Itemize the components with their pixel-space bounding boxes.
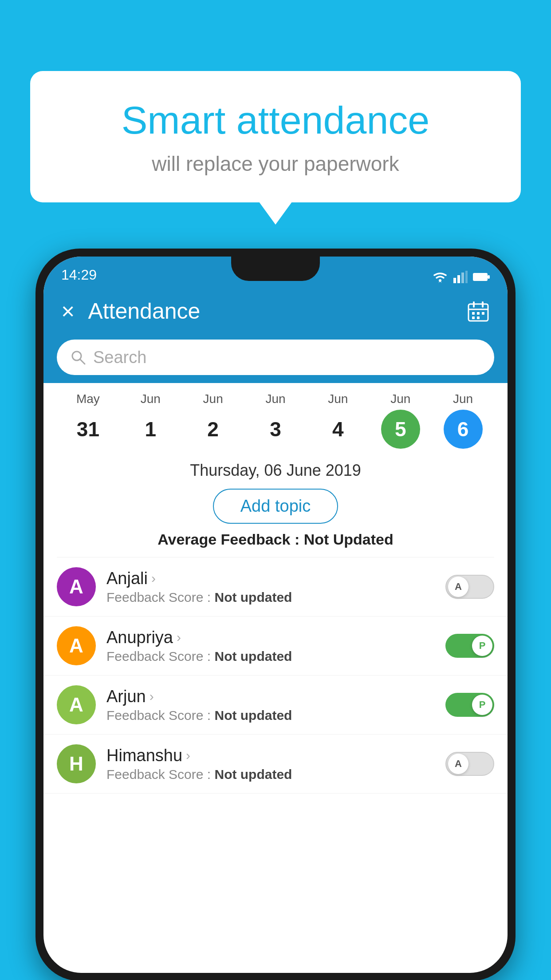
search-bar-wrapper: Search (43, 334, 508, 383)
student-name: Arjun › (106, 687, 435, 706)
feedback-value: Not updated (214, 649, 292, 664)
speech-bubble: Smart attendance will replace your paper… (30, 71, 521, 202)
cal-month-label: Jun (453, 392, 473, 406)
student-list: AAnjali ›Feedback Score : Not updatedAAA… (43, 557, 508, 794)
svg-rect-1 (453, 278, 456, 283)
close-button[interactable]: × (61, 298, 75, 324)
phone-frame: 14:29 (35, 249, 516, 980)
calendar-strip: May31Jun1Jun2Jun3Jun4Jun5Jun6 (43, 383, 508, 453)
phone-notch (231, 257, 320, 281)
bubble-title: Smart attendance (66, 98, 485, 143)
svg-point-0 (439, 279, 441, 282)
cal-month-label: Jun (390, 392, 410, 406)
cal-date-number: 6 (444, 410, 483, 449)
cal-date-number: 31 (68, 410, 107, 449)
chevron-icon: › (151, 571, 156, 586)
battery-icon (473, 272, 490, 282)
cal-month-label: Jun (203, 392, 223, 406)
attendance-toggle[interactable]: A (445, 575, 494, 599)
status-icons (432, 271, 490, 283)
speech-bubble-wrapper: Smart attendance will replace your paper… (30, 71, 521, 202)
attendance-toggle[interactable]: P (445, 693, 494, 717)
student-info: Anjali ›Feedback Score : Not updated (106, 569, 435, 605)
svg-rect-5 (473, 273, 488, 281)
app-title: Attendance (88, 298, 467, 324)
attendance-toggle[interactable]: A (445, 752, 494, 776)
cal-date-number: 5 (381, 410, 420, 449)
svg-rect-14 (472, 316, 475, 319)
calendar-day-5[interactable]: Jun5 (369, 392, 432, 449)
student-item[interactable]: AArjun ›Feedback Score : Not updatedP (43, 676, 508, 735)
add-topic-button[interactable]: Add topic (213, 489, 338, 524)
calendar-day-31[interactable]: May31 (57, 392, 119, 449)
toggle-knob: P (472, 695, 492, 715)
student-feedback: Feedback Score : Not updated (106, 649, 435, 664)
cal-date-number: 2 (193, 410, 232, 449)
toggle-knob: A (448, 754, 468, 774)
avatar: A (57, 626, 96, 665)
selected-date-label: Thursday, 06 June 2019 (43, 453, 508, 483)
avatar: A (57, 685, 96, 724)
cal-date-number: 3 (256, 410, 295, 449)
avg-feedback-label: Average Feedback : (157, 531, 303, 548)
student-item[interactable]: AAnupriya ›Feedback Score : Not updatedP (43, 616, 508, 676)
add-topic-row: Add topic (43, 483, 508, 531)
avatar: H (57, 744, 96, 783)
calendar-day-6[interactable]: Jun6 (432, 392, 494, 449)
attendance-toggle[interactable]: P (445, 634, 494, 658)
search-bar[interactable]: Search (57, 340, 494, 375)
svg-rect-11 (472, 312, 475, 315)
svg-rect-8 (473, 301, 475, 308)
calendar-day-1[interactable]: Jun1 (119, 392, 182, 449)
app-bar: × Attendance (43, 288, 508, 334)
svg-rect-15 (477, 316, 480, 319)
svg-rect-4 (465, 271, 468, 283)
chevron-icon: › (177, 630, 181, 645)
avg-feedback: Average Feedback : Not Updated (43, 531, 508, 557)
student-name: Himanshu › (106, 746, 435, 765)
chevron-icon: › (186, 748, 190, 763)
calendar-day-4[interactable]: Jun4 (307, 392, 369, 449)
calendar-day-3[interactable]: Jun3 (244, 392, 307, 449)
phone-screen: 14:29 (43, 257, 508, 973)
cal-month-label: Jun (328, 392, 348, 406)
content-area: May31Jun1Jun2Jun3Jun4Jun5Jun6 Thursday, … (43, 383, 508, 794)
wifi-icon (432, 271, 448, 283)
feedback-value: Not updated (214, 590, 292, 605)
cal-date-number: 4 (319, 410, 358, 449)
cal-month-label: May (76, 392, 100, 406)
svg-line-17 (80, 360, 85, 364)
calendar-icon[interactable] (467, 300, 490, 323)
calendar-day-2[interactable]: Jun2 (182, 392, 244, 449)
bubble-subtitle: will replace your paperwork (66, 152, 485, 176)
student-name: Anupriya › (106, 628, 435, 647)
cal-date-number: 1 (131, 410, 170, 449)
student-info: Himanshu ›Feedback Score : Not updated (106, 746, 435, 782)
svg-rect-6 (488, 275, 490, 279)
chevron-icon: › (150, 689, 154, 704)
search-icon (70, 349, 86, 365)
student-item[interactable]: AAnjali ›Feedback Score : Not updatedA (43, 557, 508, 616)
cal-month-label: Jun (265, 392, 285, 406)
student-feedback: Feedback Score : Not updated (106, 590, 435, 605)
student-info: Arjun ›Feedback Score : Not updated (106, 687, 435, 723)
student-feedback: Feedback Score : Not updated (106, 708, 435, 723)
svg-rect-2 (457, 275, 460, 283)
toggle-knob: A (448, 577, 468, 597)
student-feedback: Feedback Score : Not updated (106, 767, 435, 782)
status-time: 14:29 (61, 267, 97, 283)
svg-rect-9 (482, 301, 484, 308)
feedback-value: Not updated (214, 767, 292, 782)
svg-rect-13 (482, 312, 484, 315)
student-name: Anjali › (106, 569, 435, 588)
toggle-knob: P (472, 636, 492, 656)
student-item[interactable]: HHimanshu ›Feedback Score : Not updatedA (43, 735, 508, 794)
svg-rect-12 (477, 312, 480, 315)
svg-rect-3 (461, 273, 464, 283)
search-placeholder: Search (93, 348, 146, 367)
feedback-value: Not updated (214, 708, 292, 723)
signal-icon (453, 271, 468, 283)
avatar: A (57, 567, 96, 606)
cal-month-label: Jun (141, 392, 161, 406)
avg-feedback-value: Not Updated (304, 531, 394, 548)
